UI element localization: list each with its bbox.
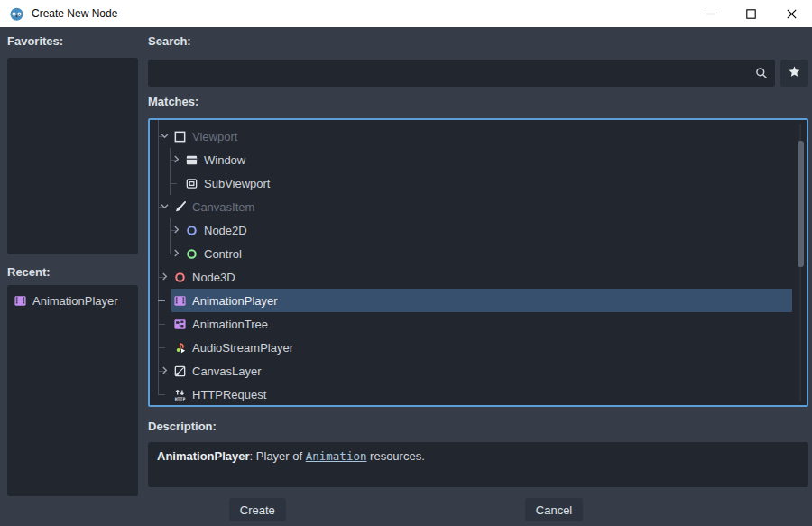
search-row: [148, 60, 808, 87]
minimize-icon: [706, 9, 715, 19]
recent-list[interactable]: AnimationPlayer: [7, 285, 138, 496]
chevron-down-icon: [159, 130, 171, 143]
tree-item-animationtree[interactable]: AnimationTree: [150, 312, 794, 336]
recent-item-label: AnimationPlayer: [32, 294, 118, 308]
star-icon: [788, 65, 801, 81]
tree-item-animationplayer[interactable]: AnimationPlayer: [150, 289, 794, 312]
right-panel: Search:: [148, 34, 808, 496]
canvasitem-icon: [173, 200, 187, 214]
favorite-toggle-button[interactable]: [780, 60, 808, 87]
cancel-button[interactable]: Cancel: [525, 498, 583, 521]
tree-item-label: HTTPRequest: [192, 388, 266, 401]
chevron-down-icon: [159, 200, 171, 213]
close-button[interactable]: [771, 0, 812, 27]
maximize-button[interactable]: [731, 0, 771, 27]
chevron-spacer: [159, 388, 171, 401]
subviewport-icon: [185, 177, 198, 190]
description-animation-link[interactable]: Animation: [306, 449, 367, 463]
godot-logo-icon: [9, 6, 24, 22]
chevron-right-icon: [171, 153, 183, 166]
left-panel: Favorites: Recent: AnimationPlayer: [7, 34, 138, 496]
tree-item-label: Window: [204, 153, 245, 167]
chevron-right-icon: [159, 271, 171, 283]
tree-item-label: Viewport: [192, 130, 237, 143]
tree-item-label: AnimationPlayer: [192, 294, 278, 308]
tree-item-control[interactable]: Control: [150, 242, 794, 265]
tree-item-node2d[interactable]: Node2D: [150, 218, 794, 242]
create-new-node-dialog: Create New Node Favorites: Recent: Anima…: [0, 0, 812, 526]
chevron-spacer: [159, 318, 171, 330]
tree-item-label: AnimationTree: [192, 318, 268, 331]
tree-item-label: Node3D: [192, 271, 235, 284]
chevron-spacer: [171, 177, 183, 189]
matches-tree: ViewportWindowSubViewportCanvasItemNode2…: [150, 120, 807, 405]
chevron-spacer: [159, 341, 171, 354]
dialog-footer: Create Cancel: [0, 498, 812, 521]
description-suffix: resources.: [366, 449, 424, 463]
tree-item-label: CanvasItem: [192, 200, 254, 214]
tree-item-label: CanvasLayer: [192, 365, 262, 378]
chevron-spacer: [159, 294, 171, 307]
search-input-wrap: [148, 60, 775, 87]
description-class-name: AnimationPlayer: [157, 449, 250, 463]
tree-item-httprequest[interactable]: HTTPHTTPRequest: [150, 383, 794, 406]
node2d-icon: [185, 224, 198, 237]
search-icon: [754, 66, 769, 80]
tree-item-label: SubViewport: [204, 177, 270, 190]
tree-item-canvaslayer[interactable]: CanvasLayer: [150, 359, 794, 383]
close-icon: [787, 9, 797, 19]
chevron-right-icon: [171, 247, 183, 260]
viewport-icon: [173, 130, 187, 143]
favorites-list[interactable]: [7, 58, 138, 254]
search-label: Search:: [148, 34, 808, 49]
recent-item[interactable]: AnimationPlayer: [7, 290, 138, 311]
chevron-right-icon: [159, 365, 171, 377]
create-button[interactable]: Create: [229, 498, 286, 521]
animation-tree-icon: [173, 318, 187, 331]
dialog-body: Favorites: Recent: AnimationPlayer Searc…: [0, 27, 812, 496]
node3d-icon: [173, 271, 187, 284]
tree-item-label: Control: [204, 247, 242, 261]
chevron-right-icon: [171, 224, 183, 236]
scrollbar-thumb[interactable]: [798, 141, 804, 267]
maximize-icon: [746, 9, 756, 19]
window-controls: [690, 0, 812, 27]
title-bar: Create New Node: [0, 0, 812, 27]
canvas-layer-icon: [173, 365, 187, 378]
svg-text:HTTP: HTTP: [175, 395, 186, 401]
window-icon: [185, 153, 198, 167]
tree-item-node3d[interactable]: Node3D: [150, 265, 794, 289]
recent-label: Recent:: [7, 265, 138, 280]
tree-item-subviewport[interactable]: SubViewport: [150, 171, 794, 195]
search-input[interactable]: [148, 60, 775, 87]
description-label: Description:: [148, 420, 808, 434]
animation-player-icon: [14, 294, 27, 308]
tree-item-canvasitem[interactable]: CanvasItem: [150, 195, 794, 218]
favorites-label: Favorites:: [7, 34, 138, 49]
audio-stream-player-icon: [173, 341, 187, 355]
tree-item-audiostreamplayer[interactable]: AudioStreamPlayer: [150, 336, 794, 359]
tree-item-label: Node2D: [204, 224, 247, 237]
animation-player-icon: [173, 294, 187, 308]
window-title: Create New Node: [32, 7, 117, 20]
matches-tree-panel: ViewportWindowSubViewportCanvasItemNode2…: [148, 118, 808, 407]
http-request-icon: HTTP: [173, 388, 187, 401]
matches-label: Matches:: [148, 95, 808, 109]
tree-item-viewport[interactable]: Viewport: [150, 125, 794, 148]
description-box: AnimationPlayer: Player of Animation res…: [148, 442, 808, 487]
tree-item-label: AudioStreamPlayer: [192, 341, 293, 355]
minimize-button[interactable]: [690, 0, 731, 27]
control-icon: [185, 247, 198, 261]
description-text: : Player of: [250, 449, 306, 463]
tree-item-window[interactable]: Window: [150, 148, 794, 171]
